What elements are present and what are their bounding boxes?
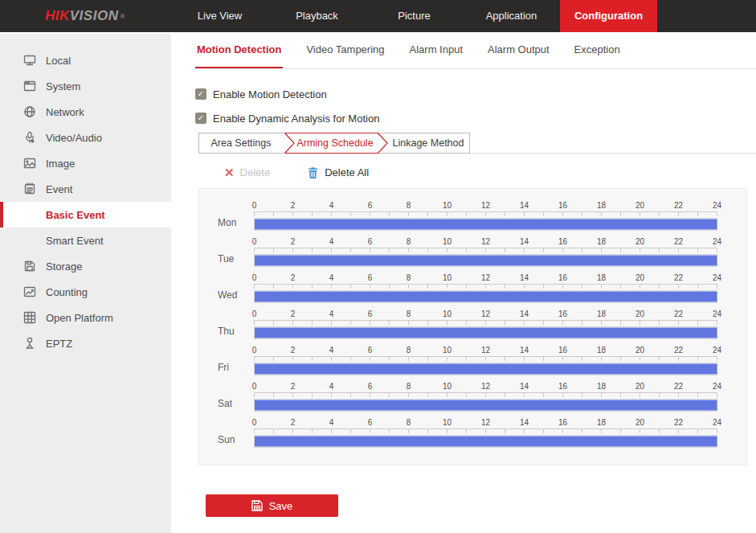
- sidebar-item-label: Counting: [46, 286, 88, 298]
- save-icon: [251, 500, 263, 511]
- hour-tick-label: 12: [481, 418, 491, 427]
- schedule-row-mon: Mon024681012141618202224: [206, 200, 746, 236]
- hour-tick-label: 18: [597, 237, 607, 246]
- delete-x-icon: ✕: [224, 166, 235, 180]
- sidebar-item-basic-event[interactable]: Basic Event: [0, 202, 171, 228]
- schedule-timeline-wed[interactable]: 024681012141618202224: [247, 273, 729, 309]
- checkbox-row-enable-dynamic-analysis-for-motion: ✓Enable Dynamic Analysis for Motion: [195, 110, 756, 126]
- checkbox-enable-dynamic-analysis-for-motion[interactable]: ✓: [195, 113, 206, 124]
- armed-period-bar[interactable]: [255, 219, 717, 230]
- schedule-row-fri: Fri024681012141618202224: [206, 345, 746, 381]
- hour-tick-label: 4: [329, 310, 334, 318]
- nav-item-configuration[interactable]: Configuration: [560, 0, 657, 32]
- armed-period-bar[interactable]: [255, 400, 717, 411]
- tab-exception[interactable]: Exception: [573, 32, 622, 68]
- sidebar-item-network[interactable]: Network: [0, 99, 171, 125]
- hour-tick-label: 12: [481, 310, 491, 318]
- sidebar-item-storage[interactable]: Storage: [0, 253, 171, 279]
- eptz-icon: [23, 337, 36, 350]
- tab-alarm-input[interactable]: Alarm Input: [408, 32, 464, 68]
- schedule-timeline-sat[interactable]: 024681012141618202224: [247, 381, 729, 417]
- schedule-timeline-mon[interactable]: 024681012141618202224: [247, 200, 729, 236]
- nav-item-live-view[interactable]: Live View: [171, 0, 268, 32]
- hour-tick-label: 22: [674, 310, 684, 318]
- checkbox-enable-motion-detection[interactable]: ✓: [195, 88, 206, 100]
- counting-icon: [23, 285, 36, 298]
- tab-linkage-method[interactable]: Linkage Method: [393, 137, 464, 149]
- sidebar-item-smart-event[interactable]: Smart Event: [0, 228, 171, 253]
- hour-tick-label: 4: [329, 346, 334, 355]
- delete-all-button[interactable]: Delete All: [307, 166, 369, 179]
- hour-tick-label: 20: [635, 310, 645, 318]
- hour-tick-label: 22: [674, 418, 684, 427]
- hour-tick-label: 24: [713, 201, 722, 210]
- hour-tick-label: 4: [329, 237, 334, 246]
- tab-video-tampering[interactable]: Video Tampering: [304, 32, 386, 68]
- nav-item-playback[interactable]: Playback: [268, 0, 366, 32]
- armed-period-bar[interactable]: [255, 364, 717, 375]
- hour-tick-label: 16: [558, 237, 568, 246]
- sidebar-item-label: Event: [46, 183, 72, 195]
- hour-tick-label: 16: [558, 201, 568, 210]
- hour-tick-label: 2: [291, 418, 296, 427]
- timeline-ruler: [254, 248, 717, 253]
- sidebar-item-event[interactable]: Event: [0, 176, 171, 202]
- sidebar-item-video-audio[interactable]: Video/Audio: [0, 125, 171, 150]
- sidebar-item-local[interactable]: Local: [0, 47, 171, 73]
- hour-tick-label: 2: [291, 382, 296, 391]
- hour-tick-label: 14: [520, 418, 529, 427]
- sidebar-item-label: Image: [46, 158, 75, 170]
- schedule-timeline-fri[interactable]: 024681012141618202224: [247, 345, 729, 381]
- tab-area-settings[interactable]: Area Settings: [210, 137, 271, 149]
- registered-mark: ®: [120, 13, 125, 20]
- armed-period-bar[interactable]: [255, 328, 717, 338]
- day-label: Sun: [218, 434, 235, 445]
- hour-tick-label: 20: [635, 382, 645, 391]
- nav-item-application[interactable]: Application: [463, 0, 560, 32]
- hour-tick-label: 0: [252, 382, 257, 391]
- hour-tick-label: 8: [407, 418, 411, 427]
- delete-button[interactable]: ✕ Delete: [224, 166, 270, 180]
- schedule-timeline-tue[interactable]: 024681012141618202224: [247, 236, 729, 273]
- sidebar-item-open-platform[interactable]: Open Platform: [0, 305, 171, 330]
- timeline-ruler: [254, 285, 717, 289]
- sidebar-item-image[interactable]: Image: [0, 150, 171, 176]
- storage-icon: [23, 260, 36, 273]
- delete-all-label: Delete All: [325, 166, 369, 178]
- hour-tick-label: 6: [368, 346, 373, 355]
- sidebar-item-eptz[interactable]: EPTZ: [0, 330, 171, 356]
- tab-arming-schedule[interactable]: Arming Schedule: [296, 137, 373, 149]
- hour-tick-label: 6: [368, 201, 373, 210]
- top-nav-items: Live ViewPlaybackPictureApplicationConfi…: [171, 0, 657, 32]
- armed-period-bar[interactable]: [255, 437, 717, 447]
- hour-tick-label: 10: [443, 382, 452, 391]
- trash-icon: [307, 166, 319, 179]
- sidebar-item-system[interactable]: System: [0, 73, 171, 99]
- schedule-timeline-sun[interactable]: 024681012141618202224: [247, 417, 729, 453]
- day-label: Fri: [218, 362, 229, 373]
- tab-alarm-output[interactable]: Alarm Output: [486, 32, 551, 68]
- hour-tick-label: 10: [443, 418, 452, 427]
- save-button[interactable]: Save: [206, 494, 338, 517]
- hour-tick-label: 22: [674, 382, 684, 391]
- hour-tick-label: 22: [674, 273, 684, 282]
- hour-tick-label: 20: [635, 237, 645, 246]
- sub-tab-bar: Area Settings Arming Schedule Linkage Me…: [198, 133, 756, 154]
- hour-tick-label: 2: [291, 346, 296, 355]
- hour-tick-label: 14: [520, 310, 529, 318]
- save-label: Save: [269, 500, 293, 512]
- hour-tick-label: 24: [713, 418, 722, 427]
- hour-tick-label: 18: [597, 346, 607, 355]
- schedule-row-tue: Tue024681012141618202224: [206, 236, 746, 273]
- armed-period-bar[interactable]: [255, 256, 717, 266]
- hour-tick-label: 10: [443, 346, 452, 355]
- sidebar-item-label: Video/Audio: [46, 132, 102, 144]
- schedule-timeline-thu[interactable]: 024681012141618202224: [247, 309, 729, 345]
- sidebar-item-counting[interactable]: Counting: [0, 279, 171, 305]
- nav-item-picture[interactable]: Picture: [366, 0, 463, 32]
- hour-tick-label: 0: [252, 237, 257, 246]
- tab-motion-detection[interactable]: Motion Detection: [195, 32, 283, 68]
- arming-schedule-grid: Mon024681012141618202224Tue0246810121416…: [198, 188, 747, 465]
- globe-icon: [23, 105, 36, 118]
- armed-period-bar[interactable]: [255, 292, 717, 302]
